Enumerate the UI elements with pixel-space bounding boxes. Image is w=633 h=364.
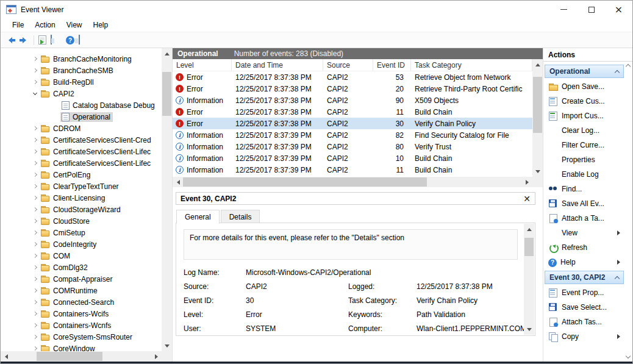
list-vertical-scrollbar[interactable] — [532, 59, 543, 177]
menu-help[interactable]: Help — [88, 20, 114, 30]
action-item[interactable]: Save All Ev... — [545, 196, 624, 211]
preview-splitter[interactable] — [173, 187, 543, 192]
action-item[interactable]: Enable Log — [545, 167, 624, 182]
tree-item[interactable]: Connected-Search — [1, 296, 162, 308]
tree-item[interactable]: Containers-Wcnfs — [1, 319, 162, 331]
tree-item[interactable]: COMRuntime — [1, 285, 162, 296]
action-item[interactable]: Refresh — [545, 240, 624, 255]
tree-item[interactable]: CertificateServicesClient-Lifec — [1, 157, 162, 169]
action-item[interactable]: Event Prop... — [545, 285, 624, 300]
action-item[interactable]: Attach a Ta... — [545, 211, 624, 226]
tree-item[interactable]: CoreSystem-SmsRouter — [1, 331, 162, 343]
expander-icon[interactable] — [31, 321, 40, 330]
action-item[interactable]: Import Cus... — [545, 109, 624, 123]
expander-icon[interactable] — [31, 55, 40, 63]
forward-icon[interactable] — [20, 37, 29, 43]
export-list-icon[interactable] — [38, 35, 46, 45]
menu-action[interactable]: Action — [29, 20, 60, 30]
tree-item[interactable]: CertificateServicesClient-Cred — [1, 134, 162, 146]
tree-item[interactable]: Containers-Wcifs — [1, 308, 162, 319]
close-button[interactable]: × — [605, 1, 632, 18]
tree-item[interactable]: Client-Licensing — [1, 192, 162, 204]
action-item[interactable]: Properties — [545, 152, 624, 167]
expander-icon[interactable] — [31, 217, 40, 226]
action-item[interactable]: View — [545, 226, 624, 240]
scrollbar-thumb[interactable] — [533, 77, 542, 133]
action-item[interactable]: Find... — [545, 182, 624, 196]
expander-icon[interactable] — [31, 252, 40, 260]
tree-item[interactable]: ClearTypeTextTuner — [1, 180, 162, 192]
scrollbar-thumb[interactable] — [37, 352, 102, 361]
expander-icon[interactable] — [31, 78, 40, 87]
minimize-button[interactable] — [550, 1, 578, 18]
expander-icon[interactable] — [31, 159, 40, 168]
tree-item[interactable]: ComDlg32 — [1, 262, 162, 273]
scroll-right-button[interactable] — [522, 177, 532, 187]
scroll-down-button[interactable] — [162, 341, 172, 351]
event-row[interactable]: Error 12/25/2017 8:37:38 PM CAPI2 30 Ver… — [173, 118, 532, 129]
event-row[interactable]: Information 12/25/2017 8:37:39 PM CAPI2 … — [173, 164, 532, 176]
tree-item[interactable]: CloudStore — [1, 215, 162, 227]
column-header-level[interactable]: Level — [173, 59, 232, 71]
preview-vertical-scrollbar[interactable] — [524, 224, 534, 335]
expander-icon[interactable] — [31, 333, 40, 341]
action-item[interactable]: Copy — [545, 329, 624, 344]
expander-icon[interactable] — [31, 344, 40, 352]
tree-item[interactable]: Catalog Database Debug — [1, 99, 162, 111]
expander-icon[interactable] — [31, 205, 40, 214]
tree-item[interactable]: CertificateServicesClient-Lifec — [1, 146, 162, 157]
tree-item[interactable]: CAPI2 — [1, 88, 162, 99]
collapse-section-icon[interactable] — [615, 70, 620, 74]
menu-file[interactable]: File — [7, 20, 29, 30]
action-section-operational[interactable]: Operational — [545, 65, 624, 78]
tree-item[interactable]: Compat-Appraiser — [1, 273, 162, 285]
expander-icon[interactable] — [31, 90, 40, 98]
scrollbar-thumb[interactable] — [524, 238, 534, 256]
collapse-section-icon[interactable] — [615, 276, 620, 280]
tab-details[interactable]: Details — [221, 210, 260, 223]
action-item[interactable]: Clear Log... — [545, 123, 624, 138]
column-header-date-time[interactable]: Date and Time — [232, 59, 323, 71]
expander-icon[interactable] — [31, 124, 40, 133]
tree-item[interactable]: CertPolEng — [1, 169, 162, 180]
help-icon[interactable]: ? — [66, 36, 74, 45]
show-console-tree-icon[interactable] — [51, 35, 52, 45]
scroll-right-button[interactable] — [151, 351, 162, 362]
tree-horizontal-scrollbar[interactable] — [1, 351, 162, 362]
expander-icon[interactable] — [31, 194, 40, 202]
expander-icon[interactable] — [31, 240, 40, 249]
action-item[interactable]: Save Select... — [545, 300, 624, 315]
tree-item[interactable]: BranchCacheSMB — [1, 65, 162, 76]
column-header-event-id[interactable]: Event ID — [373, 59, 411, 71]
event-row[interactable]: Information 12/25/2017 8:37:38 PM CAPI2 … — [173, 95, 532, 106]
scrollbar-thumb[interactable] — [162, 72, 171, 116]
expander-icon[interactable] — [31, 229, 40, 237]
expander-icon[interactable] — [31, 182, 40, 191]
scroll-left-button[interactable] — [1, 351, 11, 362]
event-row[interactable]: Error 12/25/2017 8:37:38 PM CAPI2 53 Ret… — [173, 71, 532, 83]
action-item[interactable]: Attach Tas... — [545, 315, 624, 329]
list-horizontal-scrollbar[interactable] — [173, 177, 543, 187]
scroll-left-button[interactable] — [173, 177, 183, 187]
event-row[interactable]: Information 12/25/2017 8:37:39 PM CAPI2 … — [173, 141, 532, 152]
scroll-down-button[interactable] — [532, 166, 543, 177]
expander-icon[interactable] — [31, 263, 40, 272]
scroll-up-icon[interactable] — [626, 64, 631, 69]
scroll-down-button[interactable] — [524, 324, 534, 335]
tree-item[interactable]: CodeIntegrity — [1, 238, 162, 250]
action-item[interactable]: Filter Curre... — [545, 138, 624, 152]
tree-item[interactable]: Operational — [1, 111, 162, 123]
expander-icon[interactable] — [31, 298, 40, 307]
scroll-up-button[interactable] — [524, 224, 534, 234]
expander-icon[interactable] — [52, 101, 60, 110]
back-icon[interactable] — [5, 37, 15, 43]
maximize-button[interactable] — [578, 1, 605, 18]
tree-item[interactable]: CloudStorageWizard — [1, 204, 162, 215]
scroll-up-button[interactable] — [532, 59, 543, 70]
tree-vertical-scrollbar[interactable] — [162, 48, 172, 351]
action-item[interactable]: Open Save... — [545, 79, 624, 94]
preview-close-icon[interactable]: ✕ — [523, 194, 531, 203]
tree-item[interactable]: BranchCacheMonitoring — [1, 53, 162, 65]
expander-icon[interactable] — [31, 148, 40, 156]
action-item[interactable]: Create Cus... — [545, 94, 624, 109]
